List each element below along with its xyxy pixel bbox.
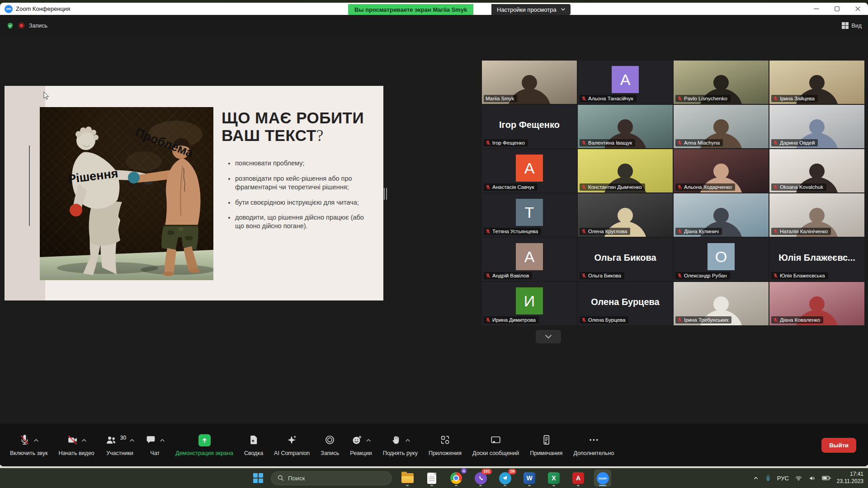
participant-name-label: Наталія Калініченко [771, 228, 831, 235]
slide-bullet: розповідати про кейс-рішення або про фра… [235, 174, 371, 192]
chevron-up-icon[interactable] [82, 439, 86, 442]
taskbar-app-explorer[interactable] [399, 469, 416, 487]
toolbar-button-more[interactable]: Дополнительно [568, 427, 619, 463]
toolbar-button-chat[interactable]: Чат [140, 427, 170, 463]
close-button[interactable] [847, 3, 868, 15]
toolbar-button-unmute[interactable]: Включить звук [5, 427, 53, 463]
panel-resize-handle[interactable] [384, 188, 387, 200]
participant-tile[interactable]: Діана Кулинич [674, 193, 769, 237]
taskbar-app-telegram[interactable]: 29 [496, 469, 514, 487]
zoom-taskbar-icon: zoom [597, 472, 609, 484]
participant-tile[interactable]: Юлія Блажеєвс...Юлія Блажеєвська [769, 238, 864, 281]
toolbar-button-raise-hand[interactable]: Поднять руку [377, 427, 423, 463]
participant-name-label: Андрій Вавілов [484, 272, 532, 279]
participant-tile[interactable]: Олена БурцеваОлена Бурцева [578, 282, 673, 325]
keyboard-language[interactable]: РУС [777, 475, 789, 482]
taskbar-app-zoom[interactable]: zoom [594, 469, 611, 487]
start-button[interactable] [250, 469, 267, 487]
taskbar-app-excel[interactable]: X [545, 469, 562, 487]
date: 23.11.2023 [837, 478, 863, 485]
windows-taskbar: Поиск A10129WXAzoom РУС 17:41 23.11.2023 [0, 468, 868, 488]
zoom-app-icon: zm [5, 5, 13, 13]
toolbar-button-apps[interactable]: Приложения [423, 427, 467, 463]
participant-tile[interactable]: Альона Ходарченко [674, 149, 769, 192]
muted-mic-icon [677, 140, 682, 145]
chevron-up-icon[interactable] [366, 439, 371, 442]
muted-mic-icon [773, 184, 778, 190]
chevron-up-icon[interactable] [130, 439, 134, 442]
toolbar-button-whiteboards[interactable]: Доски сообщений [467, 427, 524, 463]
toolbar-button-notes[interactable]: Примечания [524, 427, 568, 463]
participant-tile[interactable]: ААнастасія Савчук [482, 149, 577, 192]
view-button[interactable]: Вид [842, 22, 862, 29]
hidden-icons-chevron-icon[interactable] [753, 475, 759, 481]
participant-tile[interactable]: Ольга БиковаОльга Бикова [578, 238, 673, 281]
battery-icon[interactable] [822, 475, 831, 481]
recording-indicator-icon[interactable] [18, 22, 25, 29]
participant-tile[interactable]: Валентина Іващук [578, 105, 673, 148]
toolbar-button-participants[interactable]: 30Участники [100, 427, 140, 463]
slide-side-strip [5, 86, 45, 300]
participant-tile[interactable]: ИИрина Димитрова [482, 282, 577, 325]
participant-tile[interactable]: Діана Коваленко [769, 282, 864, 325]
chevron-up-icon[interactable] [406, 439, 410, 442]
participant-avatar: А [516, 243, 543, 270]
maximize-button[interactable] [826, 3, 847, 15]
leave-meeting-button[interactable]: Выйти [821, 438, 856, 453]
chevron-up-icon[interactable] [160, 439, 165, 442]
zoom-window: zm Zoom Конференция Вы просматриваете эк… [0, 3, 868, 466]
participant-tile[interactable]: Ірина Требунських [674, 282, 769, 325]
participant-name-label: Anna Miachyna [675, 139, 723, 146]
participant-tile[interactable]: Pavlo Lisnychenko [674, 61, 769, 104]
toolbar-button-ai-companion[interactable]: AI Companion [269, 427, 315, 463]
toolbar-button-share[interactable]: Демонстрация экрана [170, 427, 239, 463]
taskbar-app-word[interactable]: W [521, 469, 538, 487]
participant-tile[interactable]: Anna Miachyna [674, 105, 769, 148]
main-area: Рішення Проблема mehmetgeren.design ЩО М… [0, 36, 868, 424]
participant-name-label: Олександр Рубан [675, 272, 730, 279]
participant-tile[interactable]: Константин Дымченко [578, 149, 673, 192]
participant-tile[interactable]: Oksana Kovalchuk [769, 149, 864, 192]
participant-tile[interactable]: Mariia Smyk [482, 61, 577, 104]
ai-companion-icon [286, 434, 297, 447]
participant-name-label: Ирина Димитрова [484, 316, 539, 324]
taskbar-search-input[interactable]: Поиск [271, 471, 392, 485]
toolbar-button-summary[interactable]: Сводка [239, 427, 269, 463]
participant-tile[interactable]: Олена Круглова [578, 193, 673, 237]
participant-tile[interactable]: ААльона Танасійчук [578, 61, 673, 104]
toolbar-button-label: Примечания [530, 450, 562, 456]
security-shield-icon[interactable] [6, 22, 14, 30]
participant-tile[interactable]: Наталія Калініченко [769, 193, 864, 237]
toolbar-button-label: Доски сообщений [472, 450, 519, 456]
chevron-up-icon[interactable] [34, 439, 38, 442]
participant-tile[interactable]: Ірина Зайцева [769, 61, 864, 104]
taskbar-app-acrobat[interactable]: A [570, 469, 587, 487]
view-settings-button[interactable]: Настройки просмотра [491, 4, 571, 15]
participant-tile[interactable]: Ігор ФещенкоІгор Фещенко [482, 105, 577, 148]
taskbar-app-viber[interactable]: 101 [472, 469, 489, 487]
desktop: zm Zoom Конференция Вы просматриваете эк… [0, 0, 868, 488]
wifi-icon[interactable] [795, 475, 802, 482]
chrome-icon [450, 472, 462, 484]
microphone-tray-icon[interactable] [765, 474, 771, 482]
participant-tile[interactable]: Дарина Овдей [769, 105, 864, 148]
toolbar-button-reactions[interactable]: Реакции [344, 427, 377, 463]
muted-mic-icon [581, 140, 586, 145]
muted-mic-icon [773, 229, 778, 234]
clock[interactable]: 17:41 23.11.2023 [837, 471, 863, 485]
muted-mic-icon [581, 184, 586, 190]
participant-tile[interactable]: ТТетяна Устьянцева [482, 193, 577, 237]
participant-name-label: Валентина Іващук [580, 139, 635, 146]
gallery-next-page-button[interactable] [536, 330, 561, 343]
volume-icon[interactable] [808, 475, 816, 482]
participant-tile[interactable]: ААндрій Вавілов [482, 238, 577, 281]
share-icon [198, 434, 211, 446]
taskbar-app-chrome[interactable]: A [448, 469, 465, 487]
taskbar-app-notepad[interactable] [423, 469, 440, 487]
toolbar-button-record[interactable]: Запись [315, 427, 344, 463]
toolbar-button-start-video[interactable]: Начать видео [53, 427, 99, 463]
chevron-down-icon [545, 334, 552, 339]
participant-name-label: Тетяна Устьянцева [484, 228, 541, 235]
participant-tile[interactable]: ООлександр Рубан [674, 238, 769, 281]
minimize-button[interactable] [806, 3, 826, 15]
